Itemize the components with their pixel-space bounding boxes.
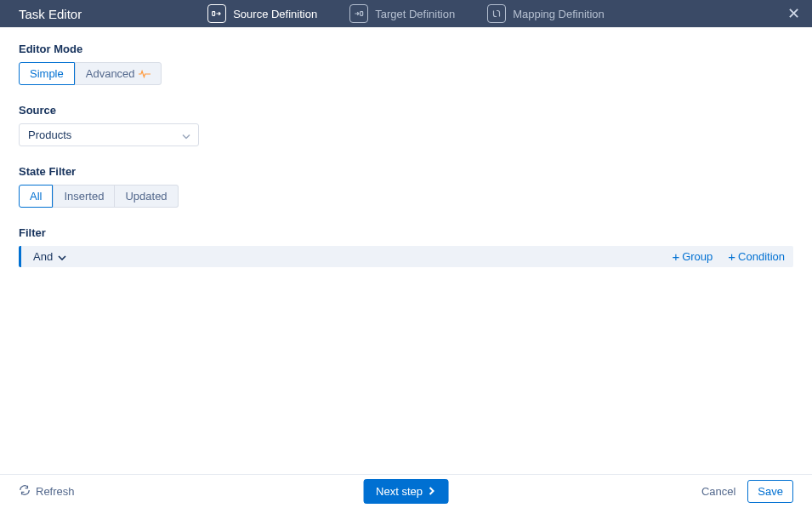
- step-target-definition[interactable]: Target Definition: [349, 4, 455, 23]
- filter-section: Filter And + Group + Condition: [19, 226, 793, 267]
- seg-label: Advanced: [86, 67, 135, 80]
- wizard-steps: Source Definition Target Definition Mapp…: [0, 4, 812, 23]
- next-label: Next step: [376, 485, 423, 498]
- refresh-button[interactable]: Refresh: [19, 484, 75, 499]
- page-title: Task Editor: [19, 7, 82, 21]
- step-label: Mapping Definition: [513, 8, 605, 20]
- action-label: Condition: [738, 250, 785, 263]
- editor-mode-section: Editor Mode Simple Advanced: [19, 43, 793, 85]
- seg-label: Simple: [30, 67, 64, 80]
- step-mapping-definition[interactable]: Mapping Definition: [487, 4, 605, 23]
- chevron-down-icon: [58, 252, 66, 262]
- state-filter-section: State Filter All Inserted Updated: [19, 165, 793, 208]
- state-filter-segmented: All Inserted Updated: [19, 185, 179, 208]
- footer-right: Cancel Save: [701, 480, 793, 503]
- source-section: Source Products: [19, 104, 793, 146]
- filter-label: Filter: [19, 226, 793, 239]
- cancel-button[interactable]: Cancel: [701, 485, 735, 498]
- save-button[interactable]: Save: [747, 480, 793, 503]
- close-icon[interactable]: ✕: [787, 6, 800, 21]
- header-bar: Task Editor Source Definition Target Def…: [0, 0, 812, 27]
- filter-operator-value: And: [33, 250, 53, 263]
- add-group-button[interactable]: + Group: [672, 250, 713, 263]
- refresh-icon: [19, 484, 31, 499]
- plus-icon: +: [672, 250, 679, 263]
- source-label: Source: [19, 104, 793, 117]
- seg-label: Inserted: [64, 190, 104, 203]
- state-filter-all[interactable]: All: [19, 185, 53, 208]
- mapping-def-icon: [487, 4, 506, 23]
- footer-bar: Refresh Next step Cancel Save: [0, 474, 812, 508]
- step-label: Target Definition: [375, 8, 455, 20]
- add-condition-button[interactable]: + Condition: [728, 250, 785, 263]
- plus-icon: +: [728, 250, 735, 263]
- state-filter-inserted[interactable]: Inserted: [53, 185, 115, 208]
- action-label: Group: [682, 250, 713, 263]
- svg-rect-0: [213, 12, 215, 16]
- source-select-input[interactable]: Products: [19, 123, 199, 146]
- filter-operator-dropdown[interactable]: And: [33, 250, 66, 263]
- state-filter-updated[interactable]: Updated: [115, 185, 178, 208]
- svg-rect-1: [361, 12, 363, 16]
- filter-bar: And + Group + Condition: [19, 246, 793, 267]
- chevron-right-icon: [428, 485, 436, 498]
- target-def-icon: [349, 4, 368, 23]
- source-select[interactable]: Products: [19, 123, 199, 146]
- filter-actions: + Group + Condition: [672, 250, 785, 263]
- refresh-label: Refresh: [36, 485, 75, 498]
- editor-mode-simple[interactable]: Simple: [19, 62, 75, 85]
- editor-mode-segmented: Simple Advanced: [19, 62, 162, 85]
- editor-mode-advanced[interactable]: Advanced: [75, 62, 162, 85]
- state-filter-label: State Filter: [19, 165, 793, 178]
- main-content: Editor Mode Simple Advanced Source Produ…: [0, 27, 812, 474]
- next-step-button[interactable]: Next step: [363, 479, 449, 504]
- editor-mode-label: Editor Mode: [19, 43, 793, 55]
- source-def-icon: [207, 4, 226, 23]
- step-label: Source Definition: [233, 8, 317, 20]
- footer-center: Next step: [363, 479, 449, 504]
- pulse-icon: [139, 70, 150, 78]
- seg-label: All: [30, 190, 42, 203]
- step-source-definition[interactable]: Source Definition: [207, 4, 317, 23]
- seg-label: Updated: [125, 190, 167, 203]
